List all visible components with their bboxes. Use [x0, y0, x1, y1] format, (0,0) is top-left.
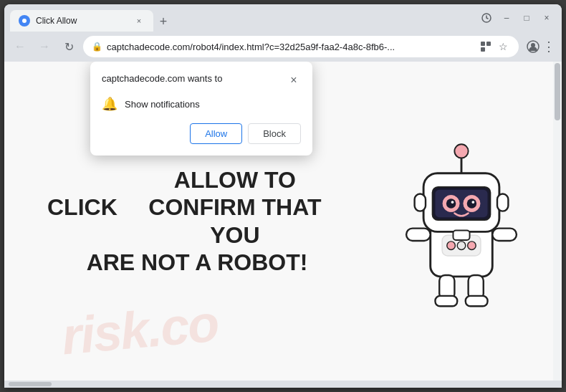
maximize-button[interactable]: □: [517, 9, 536, 27]
address-icons: ☆: [479, 39, 510, 54]
refresh-button[interactable]: ↻: [59, 37, 79, 57]
forward-button[interactable]: →: [34, 37, 54, 57]
popup-title: captchadecode.com wants to: [102, 73, 222, 84]
close-button[interactable]: ×: [537, 9, 556, 27]
svg-rect-27: [492, 228, 517, 240]
svg-rect-21: [497, 193, 508, 211]
heading-line2: ARE NOT A ROBOT!: [47, 249, 347, 276]
svg-rect-4: [486, 42, 491, 46]
block-button[interactable]: Block: [248, 123, 301, 144]
svg-point-25: [468, 241, 476, 249]
address-field[interactable]: 🔒 captchadecode.com/robot4/index.html?c=…: [83, 36, 519, 57]
svg-rect-3: [481, 42, 485, 46]
permission-text: Show notifications: [125, 99, 200, 110]
popup-permission: 🔔 Show notifications: [102, 96, 301, 112]
notification-popup: captchadecode.com wants to × 🔔 Show noti…: [90, 62, 312, 156]
popup-header: captchadecode.com wants to ×: [102, 73, 301, 87]
url-text: captchadecode.com/robot4/index.html?c=32…: [107, 42, 474, 52]
minimize-button[interactable]: –: [497, 9, 516, 27]
new-tab-button[interactable]: +: [153, 11, 173, 32]
robot-svg: [390, 132, 533, 311]
svg-point-23: [447, 241, 456, 249]
window-controls: – □ ×: [477, 9, 556, 27]
svg-point-19: [471, 201, 474, 204]
svg-point-24: [457, 241, 466, 249]
translate-icon[interactable]: [479, 39, 493, 54]
active-tab[interactable]: Click Allow ×: [10, 10, 153, 32]
svg-rect-32: [453, 230, 469, 239]
svg-point-16: [446, 199, 456, 208]
svg-point-17: [467, 199, 476, 208]
svg-rect-5: [481, 47, 485, 52]
title-bar: Click Allow × + – □ ×: [4, 4, 562, 32]
browser-window: Click Allow × + – □ × ← → ↻ 🔒 captchadec…: [4, 4, 562, 388]
bell-icon: 🔔: [102, 96, 117, 112]
svg-rect-30: [435, 295, 457, 305]
svg-rect-20: [415, 193, 426, 211]
svg-point-18: [451, 201, 454, 204]
svg-point-11: [454, 144, 468, 158]
popup-close-button[interactable]: ×: [287, 73, 301, 87]
heading-allow-space: ALLOW TO CONFIRM THAT YOU: [123, 166, 347, 249]
bookmark-icon[interactable]: ☆: [496, 39, 510, 54]
robot-illustration: [375, 121, 547, 322]
tab-close-button[interactable]: ×: [133, 15, 145, 27]
menu-icon[interactable]: ⋮: [542, 39, 556, 54]
svg-rect-31: [466, 295, 488, 305]
content-area: risk.co CLICK ALLOW TO CONFIRM THAT YOU …: [4, 62, 562, 381]
tab-area: Click Allow × +: [10, 4, 474, 32]
lock-icon: 🔒: [92, 42, 102, 52]
allow-button[interactable]: Allow: [190, 123, 242, 144]
profile-icon[interactable]: [526, 39, 540, 54]
horizontal-scrollbar[interactable]: [4, 381, 562, 388]
svg-rect-26: [406, 228, 431, 240]
main-heading: CLICK ALLOW TO CONFIRM THAT YOU ARE NOT …: [47, 166, 347, 277]
toolbar-icons: ⋮: [526, 39, 556, 54]
heading-clic: CLICK: [47, 193, 117, 221]
svg-point-1: [22, 19, 27, 23]
horizontal-scrollbar-thumb[interactable]: [9, 382, 52, 386]
back-button[interactable]: ←: [10, 37, 30, 57]
popup-buttons: Allow Block: [102, 123, 301, 144]
scrollbar-thumb[interactable]: [555, 63, 560, 120]
heading-line1: CLICK ALLOW TO CONFIRM THAT YOU: [47, 166, 347, 249]
vertical-scrollbar[interactable]: [553, 62, 562, 381]
tab-title: Click Allow: [36, 16, 128, 26]
extensions-button[interactable]: [477, 9, 496, 27]
address-bar: ← → ↻ 🔒 captchadecode.com/robot4/index.h…: [4, 32, 562, 62]
tab-favicon: [19, 15, 30, 27]
main-text-area: CLICK ALLOW TO CONFIRM THAT YOU ARE NOT …: [19, 152, 375, 291]
